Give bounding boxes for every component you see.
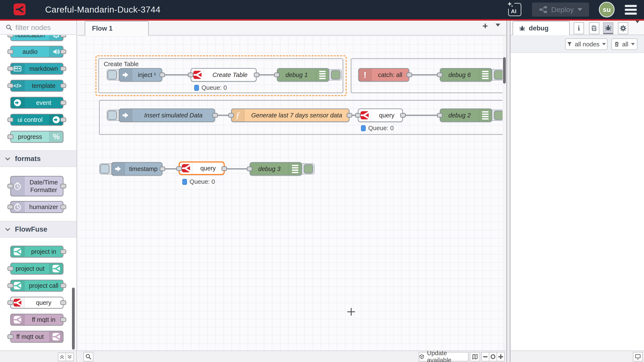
status-dot <box>361 125 366 131</box>
node-insert-simulated-data[interactable]: Insert simulated Data <box>119 108 215 122</box>
add-flow-button[interactable] <box>480 24 490 32</box>
node-generate-sensor-data[interactable]: ƒ Generate last 7 days sensor data <box>231 108 350 122</box>
node-timestamp[interactable]: timestamp <box>112 162 162 176</box>
exclamation-icon: ! <box>359 69 372 81</box>
palette-node-ff-mqtt-out[interactable]: ff mqtt out <box>10 331 64 343</box>
palette-scroll-area[interactable]: notification audio markdown </> template <box>0 35 76 351</box>
output-port[interactable] <box>212 113 218 118</box>
wire[interactable] <box>412 74 440 75</box>
collapse-all-button[interactable] <box>58 353 66 361</box>
node-query-2[interactable]: query <box>358 108 403 122</box>
sidebar-tab-info[interactable]: i <box>574 22 584 34</box>
sidebar-tab-config[interactable] <box>618 22 628 34</box>
inject-trigger-button[interactable] <box>108 111 117 120</box>
palette-node-audio[interactable]: audio <box>10 46 64 58</box>
sidebar-tab-debug[interactable]: debug <box>512 21 570 35</box>
debug-clear-button[interactable]: all <box>612 38 638 50</box>
node-debug-6[interactable]: debug 6 <box>440 68 492 82</box>
zoom-reset-button[interactable] <box>489 352 497 361</box>
node-port <box>8 35 14 37</box>
wire[interactable] <box>227 168 250 170</box>
deploy-caret-icon[interactable] <box>578 8 582 13</box>
main-menu-button[interactable] <box>625 5 637 15</box>
ai-assistant-button[interactable]: AI <box>508 3 521 16</box>
node-create-table[interactable]: Create Table <box>190 68 256 82</box>
debug-toggle-button[interactable] <box>331 70 340 80</box>
palette-node-event[interactable]: event <box>10 97 64 109</box>
output-port[interactable] <box>254 73 260 77</box>
node-debug-1[interactable]: debug 1 <box>277 68 329 82</box>
inject-trigger-button[interactable] <box>108 70 117 80</box>
palette-node-label: event <box>24 97 63 108</box>
output-port[interactable] <box>160 73 165 77</box>
zoom-out-button[interactable] <box>481 352 490 361</box>
inject-trigger-button[interactable] <box>100 164 110 174</box>
node-debug-3[interactable]: debug 3 <box>250 162 302 176</box>
navigator-button[interactable] <box>470 352 480 361</box>
input-port[interactable] <box>437 113 442 118</box>
output-port[interactable] <box>160 167 165 171</box>
input-port[interactable] <box>437 73 442 77</box>
canvas-search-button[interactable] <box>84 352 93 361</box>
palette-node-project-in[interactable]: project in <box>10 246 64 258</box>
palette-node-datetime-formatter[interactable]: Date/Time Formatter <box>10 176 64 196</box>
node-inject-1[interactable]: inject ¹ <box>119 68 162 82</box>
flowfuse-logo[interactable] <box>14 3 26 15</box>
status-dot <box>182 179 187 185</box>
palette-search[interactable] <box>0 21 76 35</box>
input-port[interactable] <box>188 73 193 77</box>
palette-node-ui-control[interactable]: ui control <box>10 114 64 126</box>
debug-messages-panel[interactable] <box>510 53 644 351</box>
debug-toggle-button[interactable] <box>494 70 502 80</box>
palette-section-flowfuse[interactable]: FlowFuse <box>0 221 76 238</box>
palette-node-progress[interactable]: progress % <box>10 131 64 143</box>
output-port[interactable] <box>222 166 227 171</box>
input-port[interactable] <box>355 113 360 118</box>
palette-node-ff-mqtt-in[interactable]: ff mqtt in <box>10 314 64 326</box>
user-avatar[interactable]: su <box>599 2 614 17</box>
expand-all-button[interactable] <box>66 353 74 361</box>
palette-node-project-out[interactable]: project out <box>10 263 64 275</box>
palette-node-humanizer[interactable]: humanizer <box>10 201 64 213</box>
debug-toggle-button[interactable] <box>494 111 502 120</box>
palette-section-formats[interactable]: formats <box>0 150 76 167</box>
input-port[interactable] <box>228 113 234 118</box>
debug-toggle-button[interactable] <box>304 164 313 174</box>
node-port <box>60 300 66 305</box>
sidebar-splitter[interactable] <box>506 21 510 362</box>
deploy-button[interactable]: Deploy <box>532 2 589 16</box>
node-debug-2[interactable]: debug 2 <box>440 108 492 122</box>
node-catch-all[interactable]: ! catch: all <box>358 68 409 82</box>
palette-node-project-call[interactable]: project call <box>10 280 64 292</box>
flow-canvas[interactable]: Create Table inject ¹ Create Table Queue… <box>78 36 502 351</box>
palette-node-query[interactable]: query <box>10 297 64 309</box>
palette-node-markdown[interactable]: markdown <box>10 63 64 75</box>
sidebar-tabs-caret-icon[interactable] <box>635 23 640 27</box>
palette-node-template[interactable]: </> template <box>10 80 64 92</box>
flow-list-caret-icon[interactable] <box>496 26 500 30</box>
percent-icon: % <box>49 131 63 142</box>
palette-filter-input[interactable] <box>15 23 68 32</box>
canvas-vertical-scrollbar[interactable] <box>503 57 506 84</box>
output-port[interactable] <box>406 73 412 77</box>
wire[interactable] <box>405 115 440 116</box>
palette-scrollbar[interactable] <box>72 288 75 350</box>
input-port[interactable] <box>247 167 252 171</box>
node-query-3-selected[interactable]: query <box>179 162 225 175</box>
debug-filter-button[interactable]: all nodes <box>565 38 607 50</box>
input-port[interactable] <box>176 166 182 171</box>
output-port[interactable] <box>347 113 352 118</box>
sidebar-tab-help[interactable] <box>589 22 599 34</box>
input-port[interactable] <box>274 73 280 77</box>
update-available-button[interactable]: Update available <box>419 352 468 361</box>
map-icon <box>472 354 478 360</box>
tab-flow-1[interactable]: Flow 1 <box>85 21 149 35</box>
wire[interactable] <box>164 74 190 75</box>
open-in-window-button[interactable] <box>633 352 643 361</box>
sidebar-tab-debug-icon[interactable] <box>603 22 613 34</box>
filter-label: all nodes <box>575 41 600 48</box>
palette-node-notification[interactable]: notification <box>10 35 64 41</box>
avatar-initials: su <box>603 6 610 14</box>
output-port[interactable] <box>400 113 406 118</box>
zoom-in-button[interactable] <box>497 352 505 361</box>
